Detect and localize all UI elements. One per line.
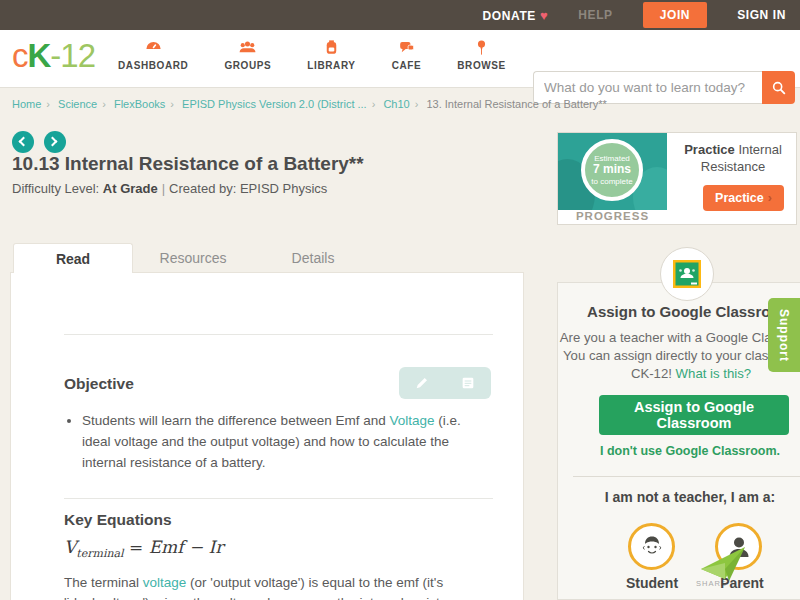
breadcrumb-separator: › — [170, 98, 174, 110]
nav-label: BROWSE — [457, 60, 506, 71]
breadcrumb-science[interactable]: Science — [58, 98, 97, 110]
tab-read[interactable]: Read — [13, 243, 133, 273]
dont-use-classroom-link[interactable]: I don't use Google Classroom. — [558, 444, 800, 458]
nav-library[interactable]: LIBRARY — [301, 36, 361, 73]
student-label: Student — [612, 575, 692, 591]
signin-link[interactable]: SIGN IN — [737, 8, 786, 22]
assign-sidebar: Assign to Google Classroom Are you a tea… — [557, 282, 800, 600]
divider — [64, 334, 493, 335]
nav-cafe[interactable]: CAFE — [386, 36, 428, 73]
nav-label: LIBRARY — [307, 60, 355, 71]
breadcrumb-book[interactable]: EPISD Physics Version 2.0 (District ... — [182, 98, 367, 110]
tab-details[interactable]: Details — [253, 243, 373, 273]
assign-google-classroom-button[interactable]: Assign to Google Classroom — [599, 395, 789, 435]
practice-widget: Estimated 7 mins to complete PROGRESS Pr… — [557, 132, 797, 225]
nav-label: DASHBOARD — [118, 60, 188, 71]
key-equations-heading: Key Equations — [64, 511, 172, 529]
share-paper-plane-icon[interactable] — [699, 545, 747, 583]
nav-label: GROUPS — [224, 60, 271, 71]
dashboard-icon — [144, 38, 163, 57]
heart-icon: ♥ — [540, 8, 548, 23]
chevron-right-icon: › — [768, 191, 772, 205]
estimated-time-badge: Estimated 7 mins to complete — [581, 139, 643, 201]
annotation-toolbar — [399, 367, 491, 399]
next-section-button[interactable] — [44, 131, 66, 153]
not-teacher-label: I am not a teacher, I am a: — [558, 489, 800, 505]
objective-item: Students will learn the difference betwe… — [82, 411, 468, 474]
difficulty-value: At Grade — [103, 181, 158, 196]
content-tabs: Read Resources Details — [13, 243, 373, 273]
breadcrumb-separator: › — [46, 98, 50, 110]
objective-heading: Objective — [64, 375, 134, 393]
divider — [573, 476, 800, 477]
groups-icon — [238, 38, 257, 57]
practice-button[interactable]: Practice› — [703, 185, 784, 211]
support-tab[interactable]: Support — [768, 298, 800, 372]
help-link[interactable]: HELP — [578, 8, 612, 22]
nav-label: CAFE — [392, 60, 422, 71]
divider — [64, 498, 493, 499]
main-navbar: cK-12 DASHBOARD GROUPS LIBRARY CAFE BROW… — [0, 30, 800, 88]
breadcrumb-separator: › — [102, 98, 106, 110]
tab-resources[interactable]: Resources — [133, 243, 253, 273]
google-classroom-icon — [671, 258, 703, 290]
nav-dashboard[interactable]: DASHBOARD — [112, 36, 194, 73]
nav-items: DASHBOARD GROUPS LIBRARY CAFE BROWSE — [112, 36, 512, 73]
donate-link[interactable]: DONATE♥ — [483, 8, 549, 23]
nav-browse[interactable]: BROWSE — [451, 36, 512, 73]
nav-groups[interactable]: GROUPS — [218, 36, 277, 73]
ck12-logo[interactable]: cK-12 — [12, 37, 95, 75]
notes-icon[interactable] — [460, 375, 476, 391]
terminal-voltage-paragraph: The terminal voltage (or 'output voltage… — [64, 573, 474, 600]
breadcrumb-separator: › — [372, 98, 376, 110]
chevron-right-icon — [48, 137, 58, 147]
chevron-left-icon — [19, 137, 29, 147]
breadcrumb-current: 13. Internal Resistance of a Battery** — [426, 98, 606, 110]
objective-list: Students will learn the difference betwe… — [68, 411, 468, 474]
created-by: Created by: EPISD Physics — [169, 181, 327, 196]
search-icon — [771, 80, 787, 96]
progress-label: PROGRESS — [558, 210, 667, 222]
breadcrumb-separator: › — [415, 98, 419, 110]
google-classroom-badge — [660, 247, 714, 301]
assign-description: Are you a teacher with a Google Classroo… — [554, 329, 800, 383]
ck12-page: DONATE♥ HELP JOIN SIGN IN cK-12 DASHBOAR… — [0, 0, 800, 600]
what-is-this-link[interactable]: What is this? — [676, 366, 752, 381]
student-face-icon — [638, 533, 666, 561]
page-title: 10.13 Internal Resistance of a Battery** — [12, 153, 364, 175]
breadcrumb: Home› Science› FlexBooks› EPISD Physics … — [12, 98, 607, 110]
progress-image: Estimated 7 mins to complete — [558, 133, 667, 210]
student-role-button[interactable] — [628, 523, 675, 570]
voltage-link[interactable]: voltage — [143, 575, 187, 590]
page-meta: Difficulty Level: At Grade|Created by: E… — [12, 181, 327, 196]
equation: Vterminal = Emf − Ir — [64, 537, 223, 560]
top-utility-bar: DONATE♥ HELP JOIN SIGN IN — [0, 0, 800, 30]
search-button[interactable] — [762, 71, 795, 104]
read-content-panel: Objective Students will learn the differ… — [10, 272, 524, 600]
breadcrumb-flexbooks[interactable]: FlexBooks — [114, 98, 165, 110]
voltage-link[interactable]: Voltage — [389, 413, 434, 428]
previous-section-button[interactable] — [12, 131, 34, 153]
breadcrumb-chapter[interactable]: Ch10 — [383, 98, 409, 110]
pencil-icon[interactable] — [414, 375, 430, 391]
breadcrumb-home[interactable]: Home — [12, 98, 41, 110]
library-icon — [322, 38, 341, 57]
assign-heading: Assign to Google Classroom — [558, 303, 800, 320]
practice-title: Practice Internal Resistance — [670, 142, 796, 176]
join-button[interactable]: JOIN — [643, 2, 707, 28]
cafe-icon — [397, 38, 416, 57]
browse-icon — [472, 38, 491, 57]
